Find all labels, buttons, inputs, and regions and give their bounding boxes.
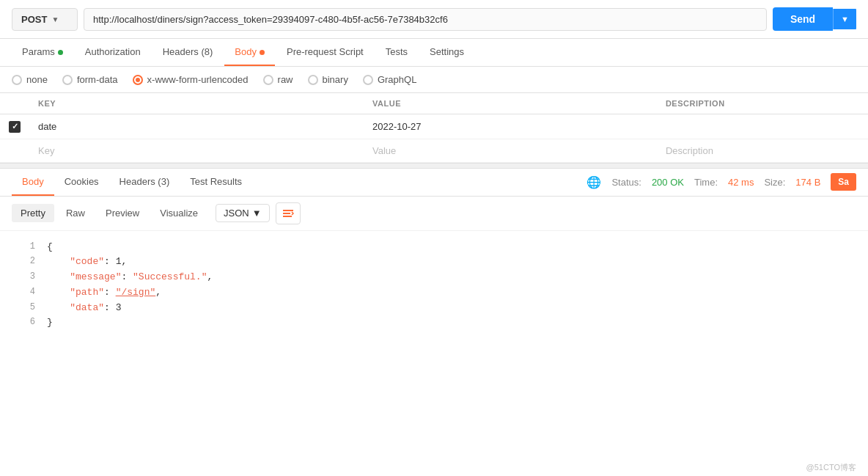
- col-checkbox: [0, 93, 29, 114]
- tab-params[interactable]: Params: [12, 39, 73, 66]
- wrap-icon: [282, 207, 295, 220]
- method-label: POST: [21, 14, 47, 25]
- fmt-tab-preview[interactable]: Preview: [97, 204, 148, 222]
- line-num-6: 6: [12, 315, 35, 329]
- send-dropdown-button[interactable]: ▼: [833, 9, 856, 29]
- response-tabs-bar: Body Cookies Headers (3) Test Results 🌐 …: [0, 169, 868, 197]
- method-select[interactable]: POST ▼: [12, 8, 78, 31]
- empty-description[interactable]: Description: [657, 139, 868, 162]
- code-content-5: "data": 3: [47, 301, 121, 316]
- wrap-button[interactable]: [276, 202, 301, 224]
- tab-headers-label: Headers (8): [163, 46, 213, 57]
- tab-tests[interactable]: Tests: [375, 39, 418, 66]
- radio-binary: [308, 75, 318, 85]
- line-num-5: 5: [12, 301, 35, 315]
- radio-form-data: [62, 75, 73, 85]
- tab-body[interactable]: Body: [224, 39, 275, 66]
- format-bar: Pretty Raw Preview Visualize JSON ▼: [0, 197, 868, 231]
- send-button[interactable]: Send: [773, 7, 833, 31]
- tab-pre-request-label: Pre-request Script: [287, 46, 364, 57]
- resp-tab-cookies[interactable]: Cookies: [54, 169, 109, 196]
- response-meta: 🌐 Status: 200 OK Time: 42 ms Size: 174 B…: [586, 173, 856, 191]
- code-val-path[interactable]: "/sign": [116, 287, 156, 298]
- code-key-data: "data": [70, 302, 104, 313]
- code-content-3: "message": "Successful.",: [47, 270, 213, 285]
- resp-tab-body-label: Body: [22, 176, 44, 187]
- tab-pre-request[interactable]: Pre-request Script: [276, 39, 374, 66]
- body-type-urlencoded-label: x-www-form-urlencoded: [147, 74, 249, 85]
- code-line-3: 3 "message": "Successful.",: [12, 270, 856, 285]
- row-key[interactable]: date: [29, 114, 364, 139]
- code-line-6: 6 }: [12, 315, 856, 331]
- tab-body-label: Body: [235, 46, 257, 57]
- fmt-visualize-label: Visualize: [160, 208, 198, 219]
- method-chevron-icon: ▼: [51, 15, 59, 23]
- row-value[interactable]: 2022-10-27: [364, 114, 657, 139]
- resp-tab-headers-label: Headers (3): [119, 176, 170, 187]
- body-type-form-data[interactable]: form-data: [62, 74, 118, 85]
- body-type-none[interactable]: none: [12, 74, 48, 85]
- empty-key[interactable]: Key: [29, 139, 364, 162]
- empty-checkbox-cell: [0, 139, 29, 162]
- body-type-urlencoded[interactable]: x-www-form-urlencoded: [133, 74, 249, 85]
- section-divider: [0, 163, 868, 169]
- code-content-2: "code": 1,: [47, 255, 127, 270]
- body-type-raw-label: raw: [278, 74, 293, 85]
- url-bar: POST ▼ Send ▼: [0, 0, 868, 39]
- body-type-raw[interactable]: raw: [263, 74, 293, 85]
- checkbox-checked-icon[interactable]: [9, 121, 21, 133]
- json-format-select[interactable]: JSON ▼: [216, 204, 270, 222]
- fmt-tab-visualize[interactable]: Visualize: [151, 204, 207, 222]
- time-label: Time:: [694, 177, 718, 188]
- tab-authorization[interactable]: Authorization: [75, 39, 151, 66]
- code-key-path: "path": [70, 287, 104, 298]
- url-input[interactable]: [84, 8, 767, 31]
- tab-headers[interactable]: Headers (8): [152, 39, 224, 66]
- status-value: 200 OK: [652, 177, 684, 188]
- code-content-1: {: [47, 240, 53, 255]
- fmt-pretty-label: Pretty: [21, 208, 45, 219]
- tab-tests-label: Tests: [386, 46, 408, 57]
- globe-icon: 🌐: [586, 175, 601, 189]
- line-num-2: 2: [12, 255, 35, 268]
- empty-value[interactable]: Value: [364, 139, 657, 162]
- fmt-tab-pretty[interactable]: Pretty: [12, 204, 54, 222]
- radio-graphql: [363, 75, 373, 85]
- radio-none: [12, 75, 22, 85]
- code-line-5: 5 "data": 3: [12, 301, 856, 316]
- response-area: Body Cookies Headers (3) Test Results 🌐 …: [0, 169, 868, 477]
- resp-tab-cookies-label: Cookies: [65, 176, 99, 187]
- body-type-none-label: none: [26, 74, 48, 85]
- code-line-4: 4 "path": "/sign",: [12, 285, 856, 301]
- body-type-graphql[interactable]: GraphQL: [363, 74, 416, 85]
- tab-settings-label: Settings: [430, 46, 464, 57]
- body-type-graphql-label: GraphQL: [378, 74, 416, 85]
- code-key-code: "code": [70, 256, 104, 267]
- body-type-selector: none form-data x-www-form-urlencoded raw…: [0, 67, 868, 93]
- body-dot: [260, 50, 265, 55]
- resp-tab-test-results-label: Test Results: [190, 176, 242, 187]
- fmt-tab-raw[interactable]: Raw: [57, 204, 94, 222]
- send-button-group: Send ▼: [773, 7, 856, 31]
- body-type-binary[interactable]: binary: [308, 74, 348, 85]
- code-line-2: 2 "code": 1,: [12, 255, 856, 270]
- line-num-3: 3: [12, 270, 35, 284]
- params-table: KEY VALUE DESCRIPTION date 2022-10-27: [0, 93, 868, 163]
- resp-tab-body[interactable]: Body: [12, 169, 54, 196]
- col-desc-header: DESCRIPTION: [657, 93, 868, 114]
- line-num-1: 1: [12, 240, 35, 254]
- json-format-label: JSON: [224, 208, 249, 219]
- code-val-message: "Successful.": [133, 271, 207, 282]
- radio-raw: [263, 75, 273, 85]
- resp-tab-test-results[interactable]: Test Results: [180, 169, 252, 196]
- time-value: 42 ms: [728, 177, 754, 188]
- code-area: 1 { 2 "code": 1, 3 "message": "Successfu…: [0, 231, 868, 460]
- resp-tab-headers[interactable]: Headers (3): [109, 169, 180, 196]
- row-checkbox-cell[interactable]: [0, 114, 29, 139]
- save-button[interactable]: Sa: [831, 173, 856, 191]
- code-content-6: }: [47, 315, 53, 331]
- row-description[interactable]: [657, 114, 868, 139]
- tab-authorization-label: Authorization: [85, 46, 141, 57]
- tab-settings[interactable]: Settings: [419, 39, 474, 66]
- request-tabs: Params Authorization Headers (8) Body Pr…: [0, 39, 868, 67]
